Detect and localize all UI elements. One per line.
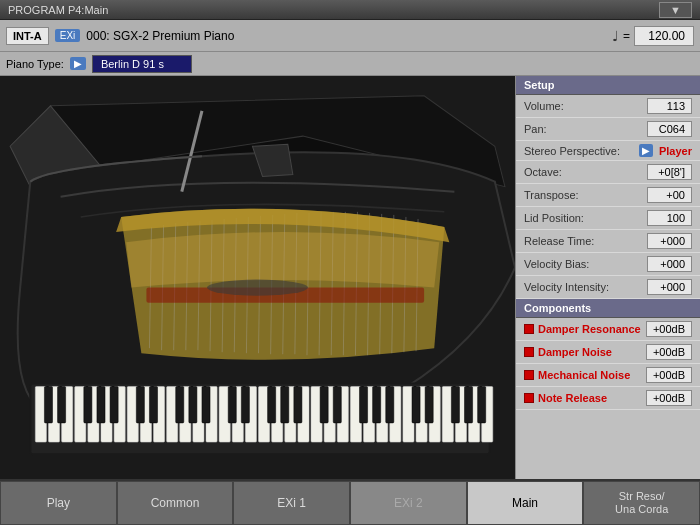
tab-common[interactable]: Common [117,481,234,525]
stereo-label: Stereo Perspective: [524,145,635,157]
stereo-row: Stereo Perspective: ▶ Player [516,141,700,161]
piano-type-value: Berlin D 91 s [92,55,192,73]
note-release-row: Note Release +00dB [516,387,700,410]
octave-value[interactable]: +0[8'] [647,164,692,180]
svg-rect-67 [84,387,92,423]
note-release-label[interactable]: Note Release [538,392,642,404]
setup-panel: Setup Volume: 113 Pan: C064 Stereo Persp… [515,76,700,479]
lid-value[interactable]: 100 [647,210,692,226]
octave-row: Octave: +0[8'] [516,161,700,184]
svg-rect-65 [44,387,52,423]
volume-row: Volume: 113 [516,95,700,118]
pan-label: Pan: [524,123,643,135]
velocity-intensity-label: Velocity Intensity: [524,281,643,293]
svg-rect-84 [386,387,394,423]
damper-noise-value[interactable]: +00dB [646,344,692,360]
release-time-value[interactable]: +000 [647,233,692,249]
note-release-value[interactable]: +00dB [646,390,692,406]
svg-rect-72 [176,387,184,423]
stereo-value[interactable]: Player [659,145,692,157]
transpose-row: Transpose: +00 [516,184,700,207]
lid-row: Lid Position: 100 [516,207,700,230]
tab-play[interactable]: Play [0,481,117,525]
main-content: INT-A EXi 000: SGX-2 Premium Piano ♩ = 1… [0,20,700,525]
tab-exi1[interactable]: EXi 1 [233,481,350,525]
damper-noise-label[interactable]: Damper Noise [538,346,642,358]
svg-rect-73 [189,387,197,423]
title-dropdown-button[interactable]: ▼ [659,2,692,18]
tab-main[interactable]: Main [467,481,584,525]
damper-resonance-indicator [524,324,534,334]
lid-label: Lid Position: [524,212,643,224]
velocity-bias-value[interactable]: +000 [647,256,692,272]
damper-resonance-row: Damper Resonance +00dB [516,318,700,341]
bpm-equals: = [623,29,630,43]
tab-exi2: EXi 2 [350,481,467,525]
velocity-intensity-row: Velocity Intensity: +000 [516,276,700,299]
octave-label: Octave: [524,166,643,178]
velocity-intensity-value[interactable]: +000 [647,279,692,295]
svg-rect-69 [110,387,118,423]
bpm-section: ♩ = 120.00 [612,26,694,46]
damper-noise-row: Damper Noise +00dB [516,341,700,364]
note-icon: ♩ [612,28,619,44]
piano-image-area [0,76,515,479]
svg-rect-68 [97,387,105,423]
mechanical-noise-label[interactable]: Mechanical Noise [538,369,642,381]
title-text: PROGRAM P4:Main [8,4,108,16]
svg-rect-89 [478,387,486,423]
transpose-label: Transpose: [524,189,643,201]
svg-rect-88 [465,387,473,423]
svg-rect-87 [451,387,459,423]
bpm-value[interactable]: 120.00 [634,26,694,46]
svg-rect-74 [202,387,210,423]
pan-row: Pan: C064 [516,118,700,141]
mechanical-noise-indicator [524,370,534,380]
svg-rect-86 [425,387,433,423]
damper-resonance-label[interactable]: Damper Resonance [538,323,642,335]
svg-rect-80 [320,387,328,423]
release-time-row: Release Time: +000 [516,230,700,253]
components-header: Components [516,299,700,318]
svg-rect-70 [136,387,144,423]
transpose-value[interactable]: +00 [647,187,692,203]
svg-rect-83 [373,387,381,423]
volume-value[interactable]: 113 [647,98,692,114]
svg-rect-78 [281,387,289,423]
svg-point-28 [207,280,308,296]
mechanical-noise-value[interactable]: +00dB [646,367,692,383]
setup-header: Setup [516,76,700,95]
svg-rect-79 [294,387,302,423]
velocity-bias-row: Velocity Bias: +000 [516,253,700,276]
svg-rect-75 [228,387,236,423]
piano-type-label: Piano Type: [6,58,64,70]
bottom-tab-bar: Play Common EXi 1 EXi 2 Main Str Reso/ U… [0,479,700,525]
velocity-bias-label: Velocity Bias: [524,258,643,270]
middle-section: Setup Volume: 113 Pan: C064 Stereo Persp… [0,76,700,479]
svg-rect-81 [333,387,341,423]
tab-str-reso-label: Str Reso/ Una Corda [615,490,668,516]
release-time-label: Release Time: [524,235,643,247]
svg-rect-71 [149,387,157,423]
svg-rect-66 [58,387,66,423]
svg-rect-85 [412,387,420,423]
damper-resonance-value[interactable]: +00dB [646,321,692,337]
stereo-dropdown-icon[interactable]: ▶ [639,144,653,157]
top-bar: INT-A EXi 000: SGX-2 Premium Piano ♩ = 1… [0,20,700,52]
pan-value[interactable]: C064 [647,121,692,137]
program-name: 000: SGX-2 Premium Piano [86,29,606,43]
damper-noise-indicator [524,347,534,357]
exi-badge: EXi [55,29,81,42]
svg-rect-77 [268,387,276,423]
piano-type-bar: Piano Type: ▶ Berlin D 91 s [0,52,700,76]
volume-label: Volume: [524,100,643,112]
note-release-indicator [524,393,534,403]
piano-type-dropdown-button[interactable]: ▶ [70,57,86,70]
tab-str-reso[interactable]: Str Reso/ Una Corda [583,481,700,525]
mechanical-noise-row: Mechanical Noise +00dB [516,364,700,387]
bank-label: INT-A [6,27,49,45]
svg-rect-82 [359,387,367,423]
title-bar: PROGRAM P4:Main ▼ [0,0,700,20]
svg-rect-76 [241,387,249,423]
